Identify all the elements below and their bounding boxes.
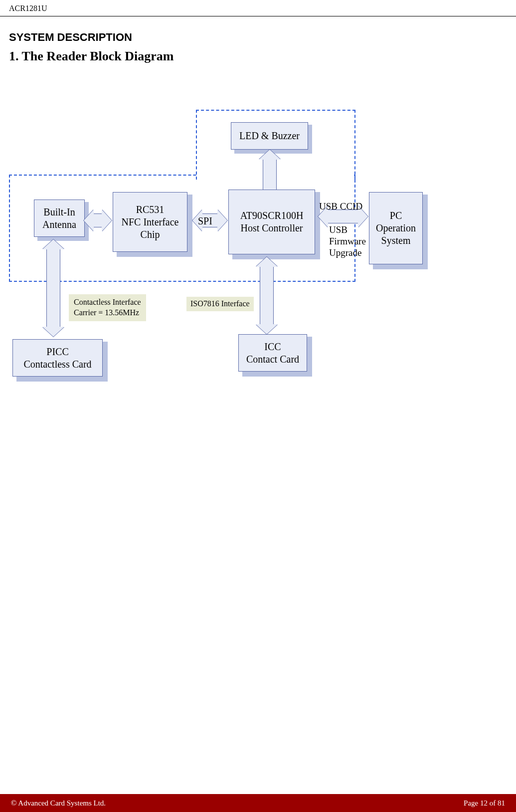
section-title: SYSTEM DESCRIPTION <box>9 31 132 44</box>
note-iso7816: ISO7816 Interface <box>186 297 254 311</box>
label-spi: SPI <box>198 215 212 227</box>
footer-page: Page 12 of 81 <box>464 799 505 808</box>
block-label-line2: Operation <box>376 222 416 234</box>
block-diagram: LED & Buzzer Built-In Antenna RC531 NFC … <box>9 105 448 389</box>
block-label-line1: RC531 <box>136 203 165 216</box>
note-line1: Contactless Interface <box>74 298 141 306</box>
block-label-line2: Contactless Card <box>23 358 91 371</box>
usb-fw-line1: USB <box>329 224 347 235</box>
block-label-line1: Built-In <box>43 206 75 218</box>
note-line2: Carrier = 13.56MHz <box>74 308 139 317</box>
block-label: LED & Buzzer <box>239 130 300 142</box>
subsection-title: 1. The Reader Block Diagram <box>9 49 174 64</box>
block-picc: PICC Contactless Card <box>12 339 103 377</box>
label-usb-ccid: USB CCID <box>319 201 362 212</box>
doc-id: ACR1281U <box>9 4 47 12</box>
block-label-line1: PICC <box>46 346 68 358</box>
block-nfc-chip: RC531 NFC Interface Chip <box>113 192 187 252</box>
arrow-host-to-led <box>263 160 277 192</box>
block-label-line1: ICC <box>264 341 281 353</box>
label-usb-firmware: USB Firmware Upgrade <box>329 224 366 258</box>
block-label-line3: Chip <box>141 228 160 241</box>
block-label-line2: Antenna <box>42 218 76 231</box>
block-icc: ICC Contact Card <box>238 334 307 372</box>
footer-copyright: © Advanced Card Systems Ltd. <box>11 799 106 808</box>
block-pc-os: PC Operation System <box>369 192 423 264</box>
usb-fw-line3: Upgrade <box>329 247 361 258</box>
note-contactless: Contactless Interface Carrier = 13.56MHz <box>69 294 146 321</box>
page-header: ACR1281U <box>0 0 516 16</box>
arrow-host-icc <box>260 267 274 324</box>
usb-fw-line2: Firmware <box>329 236 366 246</box>
block-host-controller: AT90SCR100H Host Controller <box>228 190 315 254</box>
block-label-line1: PC <box>390 209 402 222</box>
arrow-antenna-nfc <box>94 213 102 227</box>
block-label-line1: AT90SCR100H <box>240 209 304 222</box>
block-antenna: Built-In Antenna <box>34 200 85 237</box>
block-label-line2: Contact Card <box>246 353 299 366</box>
page-footer: © Advanced Card Systems Ltd. Page 12 of … <box>0 794 516 812</box>
block-led-buzzer: LED & Buzzer <box>231 122 308 150</box>
block-label-line2: NFC Interface <box>122 216 179 228</box>
block-label-line3: System <box>381 234 411 247</box>
block-label-line2: Host Controller <box>241 222 303 234</box>
arrow-antenna-picc <box>46 249 60 327</box>
